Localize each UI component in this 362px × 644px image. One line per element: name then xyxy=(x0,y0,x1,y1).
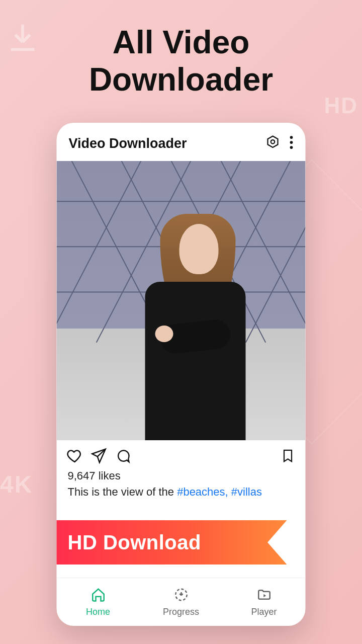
post-caption: This is the view of the #beaches, #villa… xyxy=(57,482,306,500)
more-vertical-icon[interactable] xyxy=(290,135,294,152)
hero-title-line2: Downloader xyxy=(89,61,273,98)
hd-download-button[interactable]: HD Download xyxy=(57,520,287,565)
progress-icon xyxy=(173,587,189,605)
hashtag-beaches[interactable]: #beaches, xyxy=(177,486,228,498)
bg-download-icon xyxy=(5,20,40,57)
hero-title-line1: All Video xyxy=(113,24,250,60)
nav-progress-label: Progress xyxy=(163,607,199,617)
heart-icon[interactable] xyxy=(67,448,83,466)
comment-icon[interactable] xyxy=(115,448,131,466)
nav-player[interactable]: Player xyxy=(223,578,306,626)
bottom-nav: Home Progress Player xyxy=(57,578,306,626)
svg-point-3 xyxy=(290,146,293,149)
bg-4k-watermark: 4K xyxy=(0,470,33,498)
likes-count: 9,647 likes xyxy=(57,469,306,482)
hashtag-villas[interactable]: #villas xyxy=(231,486,262,498)
appbar-actions xyxy=(265,135,294,152)
player-icon xyxy=(256,587,272,605)
svg-point-0 xyxy=(271,140,275,144)
send-icon[interactable] xyxy=(91,448,107,466)
bg-hd-watermark: HD xyxy=(324,93,358,118)
person-photo-placeholder xyxy=(135,199,250,440)
hero-title: All Video Downloader xyxy=(0,0,362,98)
app-bar: Video Downloader xyxy=(57,123,306,161)
bookmark-icon[interactable] xyxy=(281,447,296,466)
home-icon xyxy=(90,587,106,605)
settings-icon[interactable] xyxy=(265,135,281,152)
nav-player-label: Player xyxy=(251,607,277,617)
nav-home-label: Home xyxy=(86,607,110,617)
hd-download-label: HD Download xyxy=(68,531,201,554)
svg-point-2 xyxy=(290,141,293,144)
app-title: Video Downloader xyxy=(69,136,187,151)
post-image[interactable] xyxy=(57,161,306,440)
svg-point-1 xyxy=(290,136,293,139)
nav-home[interactable]: Home xyxy=(57,578,140,626)
phone-mockup: Video Downloader xyxy=(57,123,306,626)
caption-text: This is the view of the xyxy=(68,486,177,498)
post-action-row xyxy=(57,440,306,469)
nav-progress[interactable]: Progress xyxy=(140,578,223,626)
